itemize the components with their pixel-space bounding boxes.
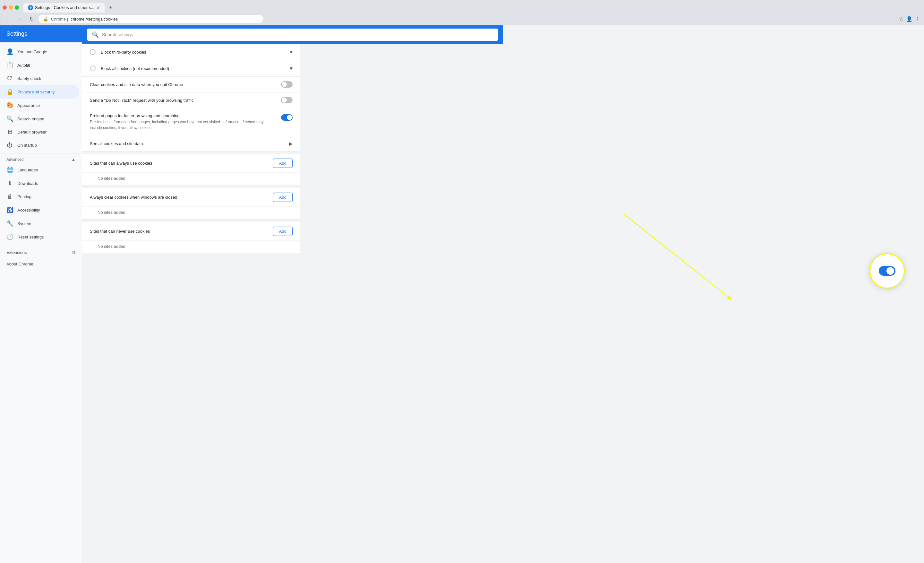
bookmark-icon[interactable]: ☆ <box>899 16 903 22</box>
clear-cookies-quit-label: Clear cookies and site data when you qui… <box>90 82 276 87</box>
sidebar-item-languages[interactable]: 🌐 Languages <box>0 163 79 177</box>
always-clear-cookies-add-button[interactable]: Add <box>273 192 292 202</box>
sidebar-item-on-startup[interactable]: ⏻ On startup <box>0 139 79 152</box>
sidebar-item-appearance[interactable]: 🎨 Appearance <box>0 99 79 112</box>
search-input-wrap[interactable]: 🔍 <box>87 29 498 41</box>
sidebar-nav: 👤 You and Google 📋 Autofill 🛡 Safety che… <box>0 42 82 272</box>
block-all-cookies-row: Block all cookies (not recommended) ▾ <box>82 60 300 77</box>
sidebar-item-extensions[interactable]: Extensions ⧉ <box>0 246 82 258</box>
search-bar-area: 🔍 <box>82 26 503 44</box>
url-site: Chrome | <box>51 17 68 21</box>
sidebar-label-you-and-google: You and Google <box>17 50 47 54</box>
see-all-cookies-row[interactable]: See all cookies and site data ▶ <box>82 136 300 152</box>
security-icon: 🔒 <box>43 17 48 21</box>
sidebar: Settings 👤 You and Google 📋 Autofill 🛡 S… <box>0 26 82 563</box>
preload-pages-desc: Pre-fetches information from pages, incl… <box>90 119 276 131</box>
account-icon[interactable]: 👤 <box>906 16 912 22</box>
browser-icon: 🖥 <box>6 129 13 135</box>
print-icon: 🖨 <box>6 193 13 200</box>
reload-button[interactable]: ↻ <box>27 15 36 23</box>
back-button[interactable]: ← <box>4 15 13 23</box>
new-tab-button[interactable]: + <box>106 3 115 12</box>
autofill-icon: 📋 <box>6 62 13 69</box>
forward-button[interactable]: → <box>15 15 24 23</box>
do-not-track-toggle[interactable] <box>281 97 292 104</box>
never-use-cookies-section: Sites that can never use cookies Add No … <box>82 222 300 253</box>
browser-frame: Settings - Cookies and other s... ✕ + ← … <box>0 0 924 26</box>
sidebar-item-search-engine[interactable]: 🔍 Search engine <box>0 112 79 126</box>
palette-icon: 🎨 <box>6 102 13 109</box>
always-use-cookies-title: Sites that can always use cookies <box>90 161 273 166</box>
search-input[interactable] <box>102 32 494 37</box>
block-all-cookies-radio[interactable] <box>90 66 96 71</box>
always-clear-cookies-empty: No sites added <box>82 207 300 219</box>
extensions-label: Extensions <box>6 250 27 255</box>
accessibility-icon: ♿ <box>6 206 13 213</box>
close-button[interactable] <box>3 6 7 10</box>
always-use-cookies-add-button[interactable]: Add <box>273 159 292 168</box>
address-bar: ← → ↻ 🔒 Chrome | chrome://settings/cooki… <box>0 12 924 26</box>
block-all-cookies-chevron-icon[interactable]: ▾ <box>290 65 292 72</box>
minimize-button[interactable] <box>9 6 13 10</box>
block-third-party-chevron-icon[interactable]: ▾ <box>290 48 292 56</box>
sidebar-item-privacy-security[interactable]: 🔒 Privacy and security <box>0 85 79 99</box>
power-icon: ⏻ <box>6 142 13 149</box>
tab-close-icon[interactable]: ✕ <box>96 5 100 10</box>
sidebar-item-accessibility[interactable]: ♿ Accessibility <box>0 203 79 217</box>
preload-pages-toggle[interactable] <box>281 114 292 121</box>
sidebar-item-autofill[interactable]: 📋 Autofill <box>0 59 79 72</box>
block-third-party-label: Block third-party cookies <box>101 50 285 54</box>
about-chrome-label: About Chrome <box>6 261 33 266</box>
sidebar-label-accessibility: Accessibility <box>17 208 40 213</box>
block-all-cookies-content: Block all cookies (not recommended) <box>101 66 285 71</box>
lock-icon: 🔒 <box>6 88 13 95</box>
sidebar-item-default-browser[interactable]: 🖥 Default browser <box>0 126 79 139</box>
sidebar-label-reset: Reset settings <box>17 235 44 239</box>
always-clear-cookies-header: Always clear cookies when windows are cl… <box>82 188 300 207</box>
sidebar-label-autofill: Autofill <box>17 63 30 68</box>
do-not-track-row: Send a "Do Not Track" request with your … <box>82 92 300 108</box>
clear-cookies-toggle[interactable] <box>281 81 292 88</box>
advanced-chevron-icon[interactable]: ▲ <box>72 157 75 162</box>
sidebar-item-system[interactable]: 🔧 System <box>0 217 79 230</box>
never-use-cookies-title: Sites that can never use cookies <box>90 229 273 234</box>
sidebar-item-printing[interactable]: 🖨 Printing <box>0 190 79 203</box>
settings-container: Settings 👤 You and Google 📋 Autofill 🛡 S… <box>0 26 924 563</box>
settings-panel: Block third-party cookies ▾ Block all co… <box>82 44 300 253</box>
url-bar[interactable]: 🔒 Chrome | chrome://settings/cookies <box>39 15 263 23</box>
main-wrapper: 🔍 Block third-party cookies ▾ <box>82 26 924 563</box>
tab-title: Settings - Cookies and other s... <box>35 5 94 10</box>
search-icon: 🔍 <box>6 115 13 122</box>
always-use-cookies-header: Sites that can always use cookies Add <box>82 154 300 173</box>
sidebar-label-search-engine: Search engine <box>17 117 44 121</box>
globe-icon: 🌐 <box>6 166 13 173</box>
always-use-cookies-section: Sites that can always use cookies Add No… <box>82 154 300 186</box>
sidebar-label-privacy-security: Privacy and security <box>17 90 54 95</box>
active-tab[interactable]: Settings - Cookies and other s... ✕ <box>23 3 105 12</box>
search-magnifier-icon: 🔍 <box>92 31 99 38</box>
block-third-party-content: Block third-party cookies <box>101 50 285 54</box>
always-clear-cookies-title: Always clear cookies when windows are cl… <box>90 195 273 200</box>
advanced-section-header: Advanced ▲ <box>0 155 82 163</box>
never-use-cookies-add-button[interactable]: Add <box>273 227 292 236</box>
maximize-button[interactable] <box>15 6 19 10</box>
clear-cookies-quit-row: Clear cookies and site data when you qui… <box>82 77 300 92</box>
sidebar-divider-2 <box>0 245 82 245</box>
menu-icon[interactable]: ⋮ <box>915 16 920 22</box>
block-third-party-row: Block third-party cookies ▾ <box>82 44 300 60</box>
do-not-track-label: Send a "Do Not Track" request with your … <box>90 98 276 103</box>
tab-bar: Settings - Cookies and other s... ✕ + <box>0 0 924 12</box>
wrench-icon: 🔧 <box>6 220 13 227</box>
sidebar-item-downloads[interactable]: ⬇ Downloads <box>0 177 79 190</box>
sidebar-item-reset[interactable]: 🕐 Reset settings <box>0 230 79 244</box>
url-actions: ☆ 👤 ⋮ <box>899 16 920 22</box>
settings-title: Settings <box>0 26 82 42</box>
sidebar-item-safety-check[interactable]: 🛡 Safety check <box>0 72 79 85</box>
person-icon: 👤 <box>6 48 13 55</box>
block-third-party-radio[interactable] <box>90 49 96 55</box>
sidebar-label-printing: Printing <box>17 194 32 199</box>
sidebar-label-languages: Languages <box>17 168 38 173</box>
sidebar-item-you-and-google[interactable]: 👤 You and Google <box>0 45 79 59</box>
sidebar-item-about-chrome[interactable]: About Chrome <box>0 258 82 270</box>
sidebar-label-default-browser: Default browser <box>17 130 46 135</box>
